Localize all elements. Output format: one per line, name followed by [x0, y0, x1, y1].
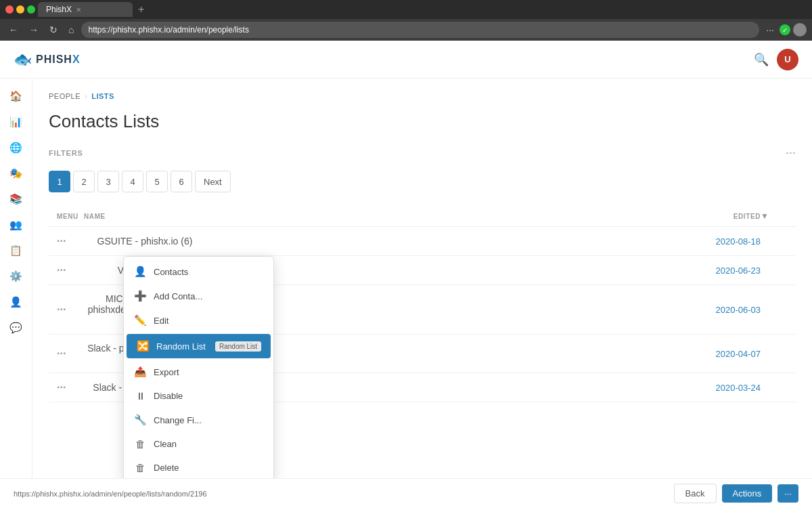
page-title: Contacts Lists	[49, 111, 796, 132]
filters-bar: FILTERS ···	[49, 146, 796, 160]
row-date-4: 2020-04-07	[639, 349, 761, 359]
logo-text: PHISHX	[36, 54, 81, 66]
page-next-button[interactable]: Next	[195, 171, 231, 192]
menu-item-delete[interactable]: 🗑 Delete	[124, 456, 273, 478]
browser-menu-button[interactable]: ···	[763, 23, 777, 37]
status-url: https://phishx.phishx.io/admin/en/people…	[14, 490, 207, 498]
tab-title: PhishX	[46, 5, 72, 14]
menu-item-change-filter[interactable]: 🔧 Change Fi...	[124, 408, 273, 432]
menu-item-random-list[interactable]: 🔀 Random List Random List	[127, 334, 271, 358]
page-button-4[interactable]: 4	[122, 171, 143, 192]
nav-icon-library[interactable]: 📚	[4, 187, 28, 211]
row-name-1: GSUITE - phishx.io (6)	[84, 236, 206, 247]
menu-item-edit[interactable]: ✏️ Edit	[124, 308, 273, 333]
menu-item-contacts[interactable]: 👤 Contacts	[124, 259, 273, 284]
menu-item-export-label: Export	[154, 367, 179, 377]
add-contact-icon: ➕	[133, 290, 147, 302]
random-list-icon: 🔀	[136, 340, 150, 352]
row-menu-button-4[interactable]: ···	[57, 347, 84, 360]
menu-item-add-contact-label: Add Conta...	[154, 291, 202, 301]
top-bar-right: 🔍 U	[754, 49, 798, 70]
user-avatar[interactable]: U	[777, 49, 798, 70]
left-navigation: 🏠 📊 🌐 🎭 📚 👥 📋 ⚙️ 👤 💬	[0, 79, 32, 478]
app-logo: 🐟 PHISHX	[14, 51, 81, 68]
nav-forward-button[interactable]: →	[26, 23, 42, 37]
nav-refresh-button[interactable]: ↻	[46, 23, 61, 37]
nav-icon-globe[interactable]: 🌐	[4, 135, 28, 160]
nav-home-button[interactable]: ⌂	[65, 23, 77, 37]
browser-tabs: PhishX ✕ +	[0, 0, 812, 19]
menu-item-clean[interactable]: 🗑 Clean	[124, 432, 273, 456]
close-dot[interactable]	[5, 5, 14, 14]
nav-icon-people[interactable]: 👥	[4, 213, 28, 237]
breadcrumb-people[interactable]: PEOPLE	[49, 92, 81, 100]
change-filter-icon: 🔧	[133, 414, 147, 426]
table-row: ··· GSUITE - phishx.io (6) 2020-08-18	[49, 227, 796, 256]
main-content: 🐟 PHISHX 🔍 U 🏠 📊 🌐 🎭 📚 👥 📋 ⚙️ 👤 💬	[0, 41, 812, 508]
export-icon: 📤	[133, 366, 147, 378]
menu-item-add-contact[interactable]: ➕ Add Conta...	[124, 284, 273, 308]
breadcrumb-lists: LISTS	[91, 92, 114, 100]
nav-icon-user[interactable]: 👤	[4, 290, 28, 314]
filters-more-button[interactable]: ···	[786, 146, 796, 160]
nav-back-button[interactable]: ←	[5, 23, 22, 37]
nav-icon-settings[interactable]: ⚙️	[4, 264, 28, 289]
sort-arrow-icon[interactable]: ▼	[761, 211, 788, 221]
th-menu: MENU	[57, 213, 84, 220]
maximize-dot[interactable]	[27, 5, 35, 14]
page-button-3[interactable]: 3	[97, 171, 119, 192]
nav-icon-reports[interactable]: 📋	[4, 238, 28, 263]
row-date-3: 2020-06-03	[639, 305, 761, 315]
breadcrumb: PEOPLE › LISTS	[49, 92, 796, 100]
menu-item-delete-label: Delete	[154, 463, 179, 473]
actions-button[interactable]: Actions	[722, 484, 773, 503]
page-button-6[interactable]: 6	[171, 171, 192, 192]
row-menu-button-3[interactable]: ···	[57, 303, 84, 316]
menu-item-random-list-label: Random List	[156, 341, 206, 352]
menu-item-disable[interactable]: ⏸ Disable	[124, 384, 273, 408]
nav-icon-dashboard[interactable]: 📊	[4, 110, 28, 134]
table-row: ··· Vieira-EN (1) 2020-06-23 👤 Contacts …	[49, 256, 796, 285]
actions-more-button[interactable]: ···	[777, 484, 798, 503]
content-area: PEOPLE › LISTS Contacts Lists FILTERS ··…	[32, 79, 812, 478]
nav-icon-campaigns[interactable]: 🎭	[4, 161, 28, 186]
nav-icon-chat[interactable]: 💬	[4, 316, 28, 340]
row-date-2: 2020-06-23	[639, 266, 761, 276]
search-button[interactable]: 🔍	[754, 52, 769, 67]
th-edited: EDITED	[639, 213, 761, 220]
pagination: 1 2 3 4 5 6 Next	[49, 171, 796, 192]
app-wrapper: 🐟 PHISHX 🔍 U 🏠 📊 🌐 🎭 📚 👥 📋 ⚙️ 👤 💬	[0, 41, 812, 508]
browser-avatar	[793, 23, 807, 37]
disable-icon: ⏸	[133, 390, 147, 402]
bottom-bar: https://phishx.phishx.io/admin/en/people…	[0, 478, 812, 508]
row-menu-button-2[interactable]: ···	[57, 264, 84, 276]
new-tab-button[interactable]: +	[135, 3, 147, 16]
logo-icon: 🐟	[14, 51, 32, 68]
browser-chrome: PhishX ✕ + ← → ↻ ⌂ ··· ✓	[0, 0, 812, 41]
menu-item-contacts-label: Contacts	[154, 267, 188, 277]
delete-icon: 🗑	[133, 462, 147, 473]
addon-icon: ✓	[780, 24, 790, 35]
page-button-1[interactable]: 1	[49, 171, 70, 192]
filters-label: FILTERS	[49, 149, 83, 157]
browser-controls: ← → ↻ ⌂ ··· ✓	[0, 19, 812, 41]
page-button-5[interactable]: 5	[146, 171, 168, 192]
browser-tab-active[interactable]: PhishX ✕	[38, 2, 133, 17]
context-menu: 👤 Contacts ➕ Add Conta... ✏️ Edit 🔀	[123, 256, 274, 478]
menu-item-edit-label: Edit	[154, 316, 168, 326]
page-button-2[interactable]: 2	[73, 171, 95, 192]
nav-icon-home[interactable]: 🏠	[4, 84, 28, 108]
tab-close-icon[interactable]: ✕	[76, 6, 81, 14]
menu-item-export[interactable]: 📤 Export	[124, 360, 273, 384]
menu-item-change-filter-label: Change Fi...	[154, 415, 202, 425]
edit-icon: ✏️	[133, 314, 147, 326]
random-list-tooltip: Random List	[215, 341, 261, 352]
row-menu-button-1[interactable]: ···	[57, 235, 84, 247]
minimize-dot[interactable]	[16, 5, 24, 14]
menu-item-disable-label: Disable	[154, 391, 183, 401]
url-bar[interactable]	[81, 22, 759, 38]
contacts-icon: 👤	[133, 266, 147, 278]
top-bar: 🐟 PHISHX 🔍 U	[0, 41, 812, 79]
row-menu-button-5[interactable]: ···	[57, 381, 84, 394]
back-button[interactable]: Back	[674, 484, 717, 503]
